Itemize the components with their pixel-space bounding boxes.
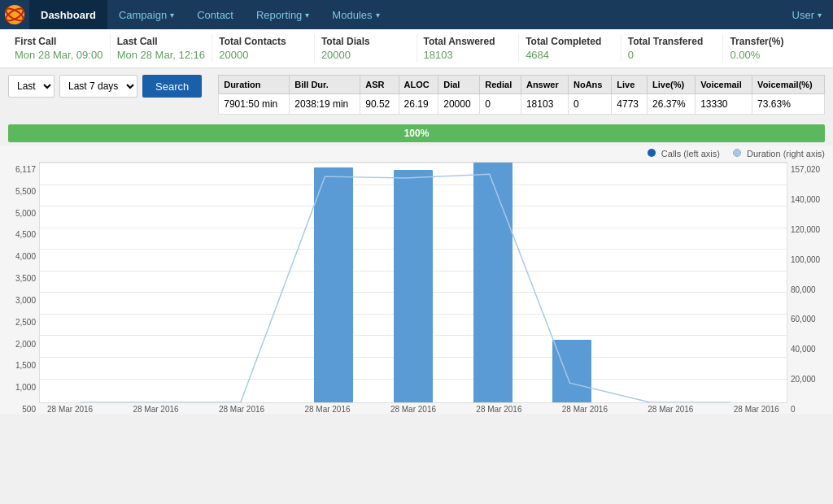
chart-legend: Calls (left axis) Duration (right axis) <box>8 149 825 159</box>
stats-row: First Call Mon 28 Mar, 09:00 Last Call M… <box>0 29 833 68</box>
chevron-down-icon: ▾ <box>818 11 822 20</box>
cell-voicemail-pct: 73.63% <box>752 94 825 115</box>
chevron-down-icon: ▾ <box>376 11 380 20</box>
cell-noans: 0 <box>569 94 612 115</box>
stat-last-call: Last Call Mon 28 Mar, 12:16 <box>111 34 213 63</box>
progress-bar-inner: 100% <box>8 124 825 142</box>
metrics-table-wrap: Duration Bill Dur. ASR ALOC Dial Redial … <box>218 75 825 115</box>
chart-container: 6,117 5,500 5,000 4,500 4,000 3,500 3,00… <box>8 162 825 414</box>
chart-inner <box>39 162 787 403</box>
filter-period-select[interactable]: Last 7 days <box>59 75 137 98</box>
duration-legend: Duration (right axis) <box>733 149 825 159</box>
cell-aloc: 26.19 <box>399 94 438 115</box>
col-header-answer: Answer <box>521 76 568 94</box>
filter-box: Last Last 7 days Search <box>8 75 202 98</box>
stat-value: 0 <box>628 49 717 61</box>
x-label: 28 Mar 2016 <box>47 405 93 414</box>
stat-label: First Call <box>15 36 103 47</box>
metrics-table: Duration Bill Dur. ASR ALOC Dial Redial … <box>218 75 825 115</box>
progress-bar-outer: 100% <box>8 124 825 142</box>
col-header-duration: Duration <box>219 76 290 94</box>
progress-section: 100% <box>0 121 833 146</box>
chart-section: Calls (left axis) Duration (right axis) … <box>0 146 833 414</box>
cell-asr: 90.52 <box>360 94 399 115</box>
stat-label: Total Transfered <box>628 36 717 47</box>
nav-contact[interactable]: Contact <box>185 0 245 29</box>
cell-live: 4773 <box>612 94 648 115</box>
stat-value: 20000 <box>219 49 307 61</box>
col-header-voicemail-pct: Voicemail(%) <box>752 76 825 94</box>
stat-label: Transfer(%) <box>730 36 818 47</box>
stat-value: Mon 28 Mar, 09:00 <box>15 49 103 61</box>
col-header-live-pct: Live(%) <box>648 76 696 94</box>
x-label: 28 Mar 2016 <box>562 405 608 414</box>
chevron-down-icon: ▾ <box>170 11 174 20</box>
stat-total-dials: Total Dials 20000 <box>315 34 417 63</box>
stat-label: Last Call <box>117 36 206 47</box>
filter-row: Last Last 7 days Search <box>8 75 202 98</box>
bars-container <box>40 163 787 402</box>
stat-total-contacts: Total Contacts 20000 <box>212 34 315 63</box>
nav-reporting[interactable]: Reporting ▾ <box>245 0 321 29</box>
chart-bar <box>473 163 512 402</box>
x-label: 28 Mar 2016 <box>734 405 779 414</box>
col-header-live: Live <box>612 76 648 94</box>
col-header-aloc: ALOC <box>399 76 438 94</box>
cell-redial: 0 <box>480 94 521 115</box>
x-label: 28 Mar 2016 <box>390 405 436 414</box>
stat-value: 18103 <box>424 49 512 61</box>
nav-campaign[interactable]: Campaign ▾ <box>107 0 185 29</box>
y-axis-left: 6,117 5,500 5,000 4,500 4,000 3,500 3,00… <box>8 162 39 414</box>
filter-type-select[interactable]: Last <box>8 75 55 98</box>
chart-bar <box>394 170 433 402</box>
logo <box>0 0 29 29</box>
col-header-voicemail: Voicemail <box>696 76 752 94</box>
duration-legend-dot <box>733 149 741 157</box>
stat-value: 20000 <box>321 49 410 61</box>
navbar: Dashboard Campaign ▾ Contact Reporting ▾… <box>0 0 833 29</box>
search-button[interactable]: Search <box>142 75 202 98</box>
cell-bill-dur: 2038:19 min <box>290 94 360 115</box>
calls-legend-dot <box>648 149 656 157</box>
x-label: 28 Mar 2016 <box>219 405 264 414</box>
cell-voicemail: 13330 <box>696 94 752 115</box>
x-label: 28 Mar 2016 <box>133 405 178 414</box>
calls-legend: Calls (left axis) <box>648 149 720 159</box>
cell-answer: 18103 <box>521 94 568 115</box>
stat-value: Mon 28 Mar, 12:16 <box>117 49 206 61</box>
stat-label: Total Answered <box>424 36 512 47</box>
stat-total-transfered: Total Transfered 0 <box>621 34 724 63</box>
col-header-dial: Dial <box>438 76 480 94</box>
stat-value: 0.00% <box>730 49 818 61</box>
stat-first-call: First Call Mon 28 Mar, 09:00 <box>8 34 111 63</box>
filter-table-row: Last Last 7 days Search Duration Bill Du… <box>0 68 833 121</box>
stat-transfer-pct: Transfer(%) 0.00% <box>723 34 825 63</box>
nav-modules[interactable]: Modules ▾ <box>321 0 390 29</box>
table-row: 7901:50 min 2038:19 min 90.52 26.19 2000… <box>219 94 825 115</box>
col-header-noans: NoAns <box>569 76 612 94</box>
stat-label: Total Completed <box>526 36 614 47</box>
nav-dashboard[interactable]: Dashboard <box>29 0 107 29</box>
x-label: 28 Mar 2016 <box>304 405 350 414</box>
col-header-bill-dur: Bill Dur. <box>290 76 360 94</box>
col-header-asr: ASR <box>360 76 399 94</box>
nav-user[interactable]: User ▾ <box>781 0 833 29</box>
stat-total-completed: Total Completed 4684 <box>519 34 621 63</box>
cell-duration: 7901:50 min <box>219 94 290 115</box>
stat-label: Total Contacts <box>219 36 307 47</box>
x-labels: 28 Mar 2016 28 Mar 2016 28 Mar 2016 28 M… <box>39 405 787 414</box>
col-header-redial: Redial <box>480 76 521 94</box>
stat-total-answered: Total Answered 18103 <box>417 34 520 63</box>
x-label: 28 Mar 2016 <box>476 405 521 414</box>
chevron-down-icon: ▾ <box>305 11 309 20</box>
stat-value: 4684 <box>526 49 614 61</box>
x-label: 28 Mar 2016 <box>648 405 693 414</box>
chart-bar <box>314 167 353 402</box>
cell-live-pct: 26.37% <box>648 94 696 115</box>
stat-label: Total Dials <box>321 36 410 47</box>
chart-bar <box>552 340 591 402</box>
cell-dial: 20000 <box>438 94 480 115</box>
y-axis-right: 157,020 140,000 120,000 100,000 80,000 6… <box>787 162 825 414</box>
